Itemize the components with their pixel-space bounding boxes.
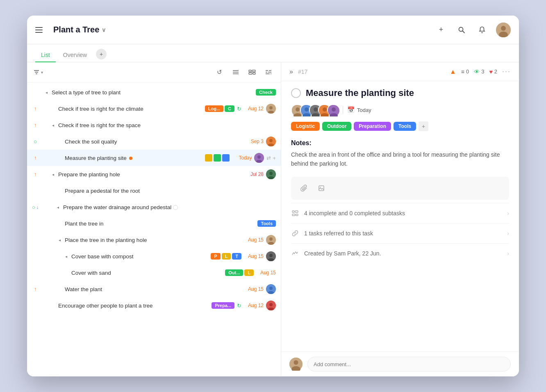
- sync-icon: ↻: [237, 106, 241, 112]
- detail-avatars: [291, 104, 339, 116]
- undo-button[interactable]: ↺: [214, 66, 225, 78]
- detail-body: Measure the planting site: [281, 81, 519, 351]
- svg-point-40: [269, 287, 273, 290]
- task-name: Check if tree is right for the climate: [58, 106, 202, 112]
- svg-line-1: [463, 31, 465, 33]
- task-name: Cover base with compost: [71, 253, 208, 260]
- task-name: Measure the planting site: [65, 155, 202, 161]
- empty-circle-indicator: [173, 205, 178, 210]
- created-text: Created by Sam Park, 22 Jun.: [304, 250, 502, 257]
- user-comment-avatar: [289, 358, 303, 371]
- task-tag: L: [244, 269, 254, 276]
- collapse-icon: [57, 286, 62, 292]
- comment-icon: ≡: [461, 68, 464, 75]
- user-avatar[interactable]: [496, 23, 511, 37]
- task-complete-checkbox[interactable]: [291, 88, 301, 98]
- image-attach-icon[interactable]: [315, 182, 328, 195]
- svg-point-22: [269, 106, 273, 109]
- task-row[interactable]: ○ Check the soil quality Sep 3: [27, 133, 281, 150]
- collapse-icon[interactable]: ◂: [50, 122, 56, 128]
- task-row[interactable]: Encourage other people to plant a tree P…: [27, 297, 281, 314]
- task-row[interactable]: ↑ ◂ Prepare the planting hole Jul 28: [27, 166, 281, 182]
- svg-point-37: [269, 254, 273, 257]
- tag-outdoor: Outdoor: [322, 122, 351, 131]
- task-row[interactable]: Plant the tree in Tools: [27, 215, 281, 232]
- calendar-icon: 📅: [347, 106, 355, 114]
- comment-stat: ≡ 0: [461, 68, 469, 75]
- tab-overview[interactable]: Overview: [57, 48, 93, 62]
- add-tab-button[interactable]: +: [96, 49, 107, 59]
- svg-point-31: [269, 172, 273, 175]
- add-button[interactable]: +: [435, 23, 448, 36]
- collapse-icon[interactable]: ◂: [55, 204, 61, 210]
- task-tag: Check: [256, 89, 276, 96]
- heart-stat: ♥ 2: [489, 68, 497, 75]
- collapse-icon[interactable]: ◂: [57, 237, 62, 243]
- task-priority: ↑: [32, 171, 39, 177]
- detail-tags: Logistic Outdoor Preparation Tools +: [291, 121, 509, 131]
- task-adjust-icon[interactable]: ⇄: [266, 155, 271, 161]
- subtasks-icon: [291, 209, 299, 217]
- collapse-icon: [57, 155, 62, 161]
- settings-view-button[interactable]: [263, 66, 274, 78]
- add-tag-button[interactable]: +: [419, 121, 428, 131]
- group-view-button[interactable]: [246, 66, 258, 78]
- sync-icon: ↻: [237, 303, 241, 309]
- comment-input[interactable]: [307, 357, 511, 371]
- down-arrow-icon: ↓: [36, 205, 39, 210]
- task-name: Plant the tree in: [65, 221, 255, 227]
- expand-icon[interactable]: »: [289, 68, 293, 75]
- task-priority: ○: [32, 138, 39, 145]
- task-row[interactable]: ◂ Cover base with compost P L T Aug 15: [27, 248, 281, 264]
- detail-title-row: Measure the planting site: [291, 88, 509, 98]
- task-name: Prepare the planting hole: [58, 171, 241, 178]
- link-icon: [291, 229, 299, 237]
- tag-tools: Tools: [394, 122, 416, 131]
- svg-point-55: [323, 107, 327, 112]
- collapse-icon[interactable]: ◂: [63, 253, 69, 259]
- task-list-body: ◂ Select a type of tree to plant Check ↑…: [27, 82, 281, 376]
- menu-button[interactable]: [35, 25, 45, 35]
- notification-button[interactable]: [475, 23, 489, 36]
- task-row[interactable]: ◂ Place the tree in the planting hole Au…: [27, 232, 281, 248]
- svg-point-28: [257, 155, 261, 159]
- project-title[interactable]: Plant a Tree ∨: [53, 25, 106, 34]
- search-button[interactable]: [455, 23, 468, 36]
- task-row[interactable]: ○ ↓ ◂ Prepare the water drainage around …: [27, 199, 281, 215]
- refs-text: 1 tasks referred to this task: [304, 230, 502, 237]
- main-content: ▾ ↺: [27, 62, 519, 376]
- collapse-icon[interactable]: ◂: [50, 171, 56, 177]
- task-detail-panel: » #17 ▲ ≡ 0 👁 3 ♥ 2 ···: [281, 62, 519, 376]
- tag-logistic: Logistic: [291, 122, 320, 131]
- task-row[interactable]: ↑ Measure the planting site Today ⇄: [27, 150, 281, 166]
- task-row[interactable]: ↑ Water the plant Aug 15: [27, 281, 281, 297]
- task-date: Aug 12: [244, 303, 264, 308]
- refs-section[interactable]: 1 tasks referred to this task ›: [291, 223, 509, 243]
- svg-point-3: [501, 26, 506, 31]
- subtasks-text: 4 incomplete and 0 completed subtasks: [304, 210, 502, 217]
- task-row[interactable]: ↑ Check if tree is right for the climate…: [27, 100, 281, 117]
- task-add-icon[interactable]: +: [273, 155, 276, 161]
- task-row[interactable]: ↑ ◂ Check if tree is right for the space: [27, 117, 281, 133]
- circle-priority-icon: ○: [32, 204, 35, 210]
- filter-button[interactable]: ▾: [34, 70, 43, 75]
- task-avatar: [266, 235, 276, 245]
- task-tag: P: [211, 253, 220, 260]
- meta-divider: [343, 106, 343, 114]
- header-icons: +: [435, 23, 511, 37]
- created-section[interactable]: Created by Sam Park, 22 Jun. ›: [291, 243, 509, 263]
- task-row[interactable]: Cover with sand Out... L Aug 15: [27, 264, 281, 281]
- task-row[interactable]: Prepare a pedestal for the root: [27, 182, 281, 199]
- task-name: Encourage other people to plant a tree: [58, 303, 209, 309]
- svg-rect-12: [252, 70, 255, 72]
- task-row[interactable]: ◂ Select a type of tree to plant Check: [27, 84, 281, 100]
- more-options-button[interactable]: ···: [502, 67, 511, 76]
- paperclip-icon[interactable]: [298, 182, 311, 195]
- collapse-icon: [50, 106, 56, 112]
- collapse-icon[interactable]: ◂: [43, 89, 49, 95]
- collapse-icon: [63, 270, 69, 276]
- list-view-button[interactable]: [230, 66, 241, 78]
- section-chevron: ›: [507, 250, 509, 257]
- subtasks-section[interactable]: 4 incomplete and 0 completed subtasks ›: [291, 203, 509, 223]
- tab-list[interactable]: List: [35, 48, 56, 62]
